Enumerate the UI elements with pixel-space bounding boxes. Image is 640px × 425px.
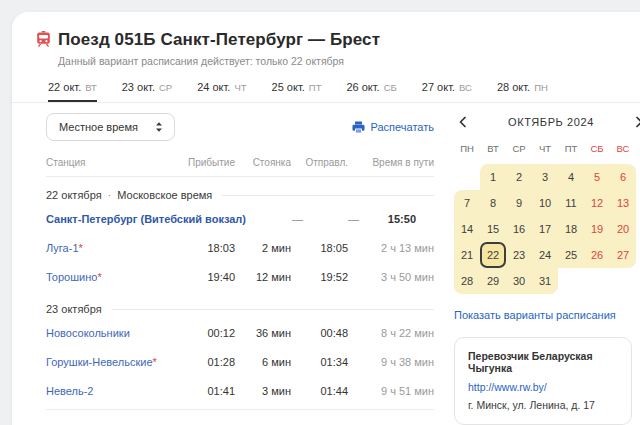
calendar-day-28[interactable]: 28: [454, 268, 480, 294]
calendar-day-21[interactable]: 21: [454, 242, 480, 268]
calendar-day-8[interactable]: 8: [480, 190, 506, 216]
section-dot: ·: [108, 189, 112, 201]
tab-weekday-label: ЧТ: [234, 82, 246, 93]
calendar-day-15[interactable]: 15: [480, 216, 506, 242]
calendar-day-19[interactable]: 19: [584, 216, 610, 242]
carrier-info-card: Перевозчик Беларуская Чыгунка http://www…: [454, 337, 632, 425]
tab-date-22[interactable]: 22 окт.ВТ: [48, 81, 97, 102]
calendar-weekday-header: ПНВТСРЧТПТСБВС: [454, 143, 640, 154]
calendar-day-2[interactable]: 2: [506, 164, 532, 190]
train-icon: [36, 31, 51, 47]
calendar-day-5[interactable]: 5: [584, 164, 610, 190]
stop-duration: 2 мин: [235, 242, 291, 254]
calendar-day-23[interactable]: 23: [506, 242, 532, 268]
col-travel-time: Время в пути: [348, 157, 434, 168]
calendar-day-31[interactable]: 31: [532, 268, 558, 294]
print-button[interactable]: Распечатать: [352, 121, 434, 134]
calendar-day-empty: [558, 268, 584, 294]
calendar-day-7[interactable]: 7: [454, 190, 480, 216]
station-link[interactable]: Торошино*: [46, 271, 178, 283]
calendar-weekday: СР: [506, 143, 532, 154]
calendar-grid: 1234567891011121314151617181920212223242…: [454, 164, 636, 294]
table-row: Торошино*19:4012 мин19:523 ч 50 мин: [46, 262, 434, 291]
date-tabs: 22 окт.ВТ23 окт.СР24 окт.ЧТ25 окт.ПТ26 о…: [48, 81, 640, 102]
calendar-day-3[interactable]: 3: [532, 164, 558, 190]
station-link[interactable]: Горушки-Невельские*: [46, 356, 178, 368]
calendar-day-9[interactable]: 9: [506, 190, 532, 216]
calendar-day-17[interactable]: 17: [532, 216, 558, 242]
arrival-time: 00:12: [178, 327, 235, 339]
station-asterisk: *: [153, 356, 157, 368]
station-link[interactable]: Луга-1*: [46, 242, 178, 254]
calendar-day-1[interactable]: 1: [480, 164, 506, 190]
departure-time: 15:50: [359, 213, 416, 225]
calendar-day-14[interactable]: 14: [454, 216, 480, 242]
tab-weekday-label: СБ: [384, 82, 397, 93]
tab-date-26[interactable]: 26 окт.СБ: [346, 81, 396, 102]
calendar-day-24[interactable]: 24: [532, 242, 558, 268]
calendar-day-16[interactable]: 16: [506, 216, 532, 242]
tab-date-24[interactable]: 24 окт.ЧТ: [197, 81, 246, 102]
calendar-day-11[interactable]: 11: [558, 190, 584, 216]
table-row: Горушки-Невельские*01:286 мин01:349 ч 38…: [46, 347, 434, 376]
calendar-day-12[interactable]: 12: [584, 190, 610, 216]
table-body: 22 октября·Московское времяСанкт-Петербу…: [46, 186, 434, 425]
departure-time: 01:34: [291, 356, 348, 368]
carrier-address: г. Минск, ул. Ленина, д. 17: [468, 399, 618, 411]
tab-date-25[interactable]: 25 окт.ПТ: [272, 81, 322, 102]
section-header: 22 октября·Московское время: [46, 186, 434, 204]
calendar-day-27[interactable]: 27: [610, 242, 636, 268]
calendar-day-10[interactable]: 10: [532, 190, 558, 216]
calendar-weekday: ЧТ: [532, 143, 558, 154]
arrival-time: 01:28: [178, 356, 235, 368]
page-title: Поезд 051Б Санкт-Петербург — Брест: [58, 30, 380, 50]
arrival-time: —: [246, 213, 303, 225]
calendar-prev-icon[interactable]: [456, 115, 470, 129]
calendar-day-25[interactable]: 25: [558, 242, 584, 268]
tab-date-27[interactable]: 27 окт.ВС: [422, 81, 472, 102]
station-link[interactable]: Санкт-Петербург (Витебский вокзал): [46, 213, 246, 225]
calendar-day-22[interactable]: 22: [480, 242, 506, 268]
section-header: 23 октября: [46, 300, 434, 318]
carrier-url-link[interactable]: http://www.rw.by/: [468, 381, 618, 393]
tab-weekday-label: ВС: [459, 82, 472, 93]
calendar-day-empty: [454, 164, 480, 190]
travel-time: 3 ч 50 мин: [348, 271, 434, 283]
tab-date-23[interactable]: 23 окт.СР: [122, 81, 172, 102]
calendar-day-26[interactable]: 26: [584, 242, 610, 268]
stop-duration: 12 мин: [235, 271, 291, 283]
section-date: 23 октября: [46, 303, 102, 315]
section-note: Московское время: [117, 189, 212, 201]
station-link[interactable]: Новосокольники: [46, 327, 178, 339]
tab-date-28[interactable]: 28 окт.ПН: [497, 81, 548, 102]
calendar-day-29[interactable]: 29: [480, 268, 506, 294]
calendar-day-4[interactable]: 4: [558, 164, 584, 190]
calendar-day-6[interactable]: 6: [610, 164, 636, 190]
schedule-validity-note: Данный вариант расписания действует: тол…: [58, 55, 640, 67]
calendar-weekday: ВТ: [480, 143, 506, 154]
section-date: 22 октября: [46, 189, 102, 201]
calendar-next-icon[interactable]: [632, 115, 640, 129]
table-row: Луга-1*18:032 мин18:052 ч 13 мин: [46, 233, 434, 262]
tab-weekday-label: СР: [159, 82, 172, 93]
calendar-month-title: ОКТЯБРЬ 2024: [508, 116, 594, 128]
calendar-day-empty: [610, 268, 636, 294]
carrier-name: Перевозчик Беларуская Чыгунка: [468, 350, 618, 374]
travel-time: 9 ч 38 мин: [348, 356, 434, 368]
calendar-day-18[interactable]: 18: [558, 216, 584, 242]
show-variants-link[interactable]: Показать варианты расписания: [454, 309, 640, 321]
page-header: Поезд 051Б Санкт-Петербург — Брест: [36, 30, 640, 50]
station-asterisk: *: [79, 242, 83, 254]
tab-weekday-label: ПТ: [309, 82, 322, 93]
calendar-day-30[interactable]: 30: [506, 268, 532, 294]
time-mode-select[interactable]: Местное время: [46, 113, 175, 141]
tab-weekday-label: ПН: [534, 82, 548, 93]
calendar-day-20[interactable]: 20: [610, 216, 636, 242]
tab-date-label: 22 окт.: [48, 81, 81, 93]
departure-time: 01:44: [291, 385, 348, 397]
row-group-divider: [46, 409, 434, 410]
calendar-day-13[interactable]: 13: [610, 190, 636, 216]
arrival-time: 01:41: [178, 385, 235, 397]
tab-date-label: 23 окт.: [122, 81, 155, 93]
station-link[interactable]: Невель-2: [46, 385, 178, 397]
